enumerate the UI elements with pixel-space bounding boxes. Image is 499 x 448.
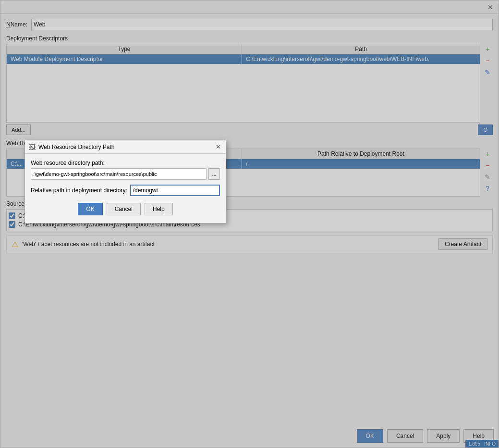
- subdialog-title: 🖼 Web Resource Directory Path: [29, 143, 214, 151]
- subdialog-rel-input[interactable]: [130, 185, 220, 196]
- subdialog-path-row: ...: [31, 168, 220, 180]
- subdialog-cancel-button[interactable]: Cancel: [107, 203, 141, 215]
- subdialog-path-label: Web resource directory path:: [31, 160, 220, 166]
- subdialog-footer: OK Cancel Help: [31, 203, 220, 217]
- subdialog-content: Web resource directory path: ... Relativ…: [25, 154, 226, 223]
- main-dialog: ✕ NName: Deployment Descriptors Type Pat…: [0, 0, 499, 448]
- subdialog-path-input[interactable]: [31, 168, 207, 180]
- subdialog-rel-label: Relative path in deployment directory:: [31, 187, 127, 194]
- subdialog: 🖼 Web Resource Directory Path ✕ Web reso…: [24, 140, 226, 224]
- subdialog-rel-row: Relative path in deployment directory:: [31, 185, 220, 196]
- subdialog-help-button[interactable]: Help: [145, 203, 173, 215]
- browse-button[interactable]: ...: [208, 168, 220, 180]
- subdialog-overlay: [0, 0, 499, 448]
- subdialog-title-icon: 🖼: [29, 143, 36, 151]
- subdialog-titlebar: 🖼 Web Resource Directory Path ✕: [25, 140, 226, 154]
- subdialog-ok-button[interactable]: OK: [78, 203, 102, 215]
- subdialog-title-text: Web Resource Directory Path: [38, 144, 115, 150]
- subdialog-close-button[interactable]: ✕: [214, 143, 222, 151]
